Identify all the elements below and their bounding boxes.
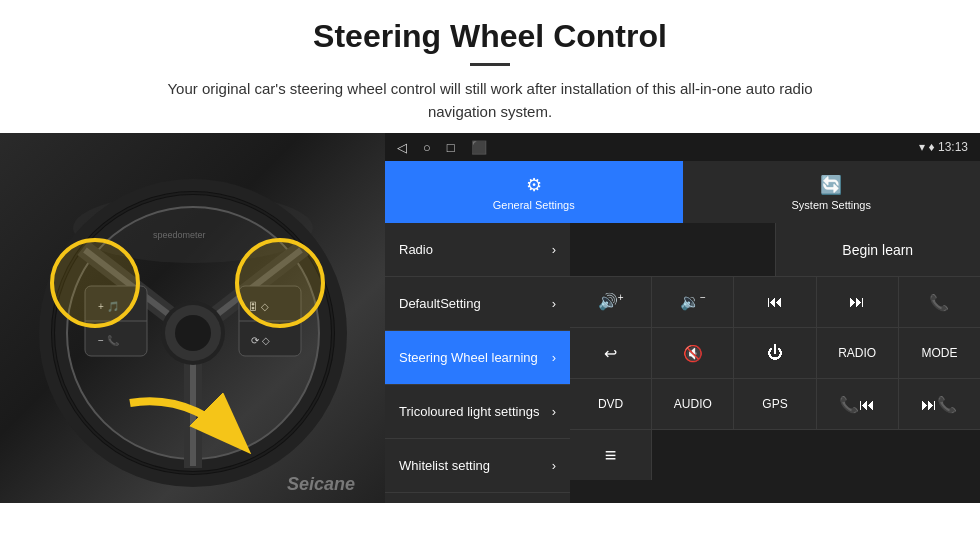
vol-up-button[interactable]: 🔊+ [570, 277, 652, 327]
svg-text:⟳  ◇: ⟳ ◇ [251, 335, 270, 346]
menu-icon: ≡ [605, 444, 617, 467]
hang-up-button[interactable]: ↩ [570, 328, 652, 378]
tab-system-label: System Settings [792, 199, 871, 211]
watermark: Seicane [287, 474, 355, 495]
menu-icon-button[interactable]: ≡ [570, 430, 652, 480]
begin-learn-button[interactable]: Begin learn [776, 223, 981, 276]
hang-up-icon: ↩ [604, 344, 617, 363]
menu-steering-label: Steering Wheel learning [399, 350, 538, 365]
general-settings-icon: ⚙ [526, 174, 542, 196]
subtitle-text: Your original car's steering wheel contr… [140, 78, 840, 123]
radio-label: RADIO [838, 346, 876, 360]
right-panel: Begin learn 🔊+ 🔉− [570, 223, 980, 503]
tablet-side: ◁ ○ □ ⬛ ▾ ♦ 13:13 ⚙ General Settings 🔄 S… [385, 133, 980, 503]
mute-button[interactable]: 🔇 [652, 328, 734, 378]
recent-icon: □ [447, 140, 455, 155]
svg-text:speedometer: speedometer [153, 230, 206, 240]
tab-system[interactable]: 🔄 System Settings [683, 161, 981, 223]
menu-tricoloured-label: Tricoloured light settings [399, 404, 539, 419]
status-indicators: ▾ ♦ 13:13 [919, 140, 968, 154]
panel-last-row: ≡ [570, 430, 980, 480]
tab-bar: ⚙ General Settings 🔄 System Settings [385, 161, 980, 223]
tel-next-button[interactable]: ⏭📞 [899, 379, 980, 429]
vol-down-button[interactable]: 🔉− [652, 277, 734, 327]
menu-whitelist-label: Whitelist setting [399, 458, 490, 473]
mute-icon: 🔇 [683, 344, 703, 363]
menu-item-whitelist[interactable]: Whitelist setting › [385, 439, 570, 493]
menu-default-label: DefaultSetting [399, 296, 481, 311]
tab-general-label: General Settings [493, 199, 575, 211]
control-row-3: DVD AUDIO GPS 📞⏮ [570, 379, 980, 430]
screenshot-icon: ⬛ [471, 140, 487, 155]
vol-down-icon: 🔉− [680, 292, 706, 311]
photo-side: speedometer [0, 133, 385, 503]
content-area: speedometer [0, 133, 980, 503]
menu-item-default[interactable]: DefaultSetting › [385, 277, 570, 331]
svg-text:−  📞: − 📞 [98, 334, 120, 347]
status-bar: ◁ ○ □ ⬛ ▾ ♦ 13:13 [385, 133, 980, 161]
dvd-button[interactable]: DVD [570, 379, 652, 429]
steering-wheel-image: speedometer [0, 133, 385, 503]
page-title: Steering Wheel Control [40, 18, 940, 55]
menu-radio-chevron: › [552, 242, 556, 257]
gps-button[interactable]: GPS [734, 379, 816, 429]
call-icon: 📞 [929, 293, 949, 312]
call-button[interactable]: 📞 [899, 277, 980, 327]
vol-up-icon: 🔊+ [598, 292, 624, 311]
main-body: Radio › DefaultSetting › Steering Wheel … [385, 223, 980, 503]
menu-item-steering[interactable]: Steering Wheel learning › [385, 331, 570, 385]
menu-steering-chevron: › [552, 350, 556, 365]
status-bar-right: ▾ ♦ 13:13 [919, 140, 968, 154]
prev-track-button[interactable]: ⏮ [734, 277, 816, 327]
audio-label: AUDIO [674, 397, 712, 411]
power-icon: ⏻ [767, 344, 783, 362]
empty-input-box [570, 223, 776, 276]
next-track-button[interactable]: ⏭ [817, 277, 899, 327]
menu-whitelist-chevron: › [552, 458, 556, 473]
title-divider [470, 63, 510, 66]
page-wrapper: Steering Wheel Control Your original car… [0, 0, 980, 503]
arrow-indicator [120, 383, 260, 483]
svg-point-13 [175, 315, 211, 351]
control-row-1: 🔊+ 🔉− ⏮ ⏭ 📞 [570, 277, 980, 328]
home-icon: ○ [423, 140, 431, 155]
panel-top-row: Begin learn [570, 223, 980, 277]
prev-track-icon: ⏮ [767, 293, 783, 311]
control-grid: 🔊+ 🔉− ⏮ ⏭ 📞 [570, 277, 980, 430]
radio-mode-button[interactable]: RADIO [817, 328, 899, 378]
highlight-circle-left [50, 238, 140, 328]
mode-button[interactable]: MODE [899, 328, 980, 378]
next-track-icon: ⏭ [849, 293, 865, 311]
back-icon: ◁ [397, 140, 407, 155]
header-section: Steering Wheel Control Your original car… [0, 0, 980, 133]
highlight-circle-right [235, 238, 325, 328]
power-button[interactable]: ⏻ [734, 328, 816, 378]
menu-tricoloured-chevron: › [552, 404, 556, 419]
status-bar-left: ◁ ○ □ ⬛ [397, 140, 487, 155]
tel-next-icon: ⏭📞 [921, 395, 957, 414]
menu-item-tricoloured[interactable]: Tricoloured light settings › [385, 385, 570, 439]
tel-prev-button[interactable]: 📞⏮ [817, 379, 899, 429]
dvd-label: DVD [598, 397, 623, 411]
left-menu: Radio › DefaultSetting › Steering Wheel … [385, 223, 570, 503]
tel-prev-icon: 📞⏮ [839, 395, 875, 414]
menu-default-chevron: › [552, 296, 556, 311]
system-settings-icon: 🔄 [820, 174, 842, 196]
audio-button[interactable]: AUDIO [652, 379, 734, 429]
tab-general[interactable]: ⚙ General Settings [385, 161, 683, 223]
menu-radio-label: Radio [399, 242, 433, 257]
gps-label: GPS [762, 397, 787, 411]
mode-label: MODE [921, 346, 957, 360]
control-row-2: ↩ 🔇 ⏻ RADIO MOD [570, 328, 980, 379]
menu-item-radio[interactable]: Radio › [385, 223, 570, 277]
